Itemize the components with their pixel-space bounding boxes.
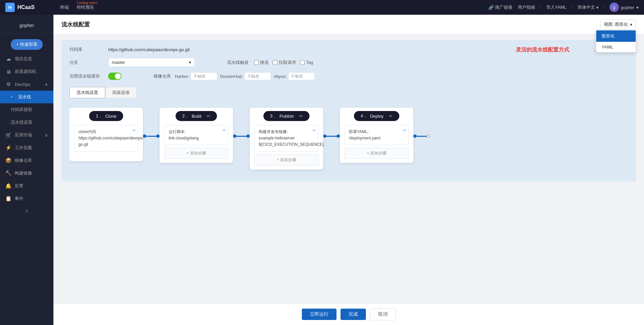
publish-step-edit-icon[interactable]: ✏ — [313, 127, 316, 134]
stage-deploy: 4． Deploy ✏ ✏ 部署YAML: /deployment.yaml +… — [340, 108, 413, 163]
harbor-select-item: Harbor: 不触发 — [175, 72, 217, 80]
promo-link[interactable]: 🔗 推广链接 — [488, 4, 512, 10]
build-step-edit-icon[interactable]: ✏ — [223, 127, 226, 134]
aliyun-select[interactable]: 不触发 — [288, 72, 315, 80]
sidebar-item-code-auth[interactable]: 代码库授权 — [0, 103, 53, 116]
guide-link[interactable]: 用户指南 — [518, 4, 535, 10]
dot6 — [337, 134, 340, 138]
code-auth-label: 代码库授权 — [11, 107, 32, 113]
sidebar-item-mirror-repo[interactable]: 📦 镜像仓库 — [0, 154, 53, 167]
main-layout: gopher + 快速部署 ☁ 项目总览 🖥 容器虚拟机 ⚙ DevOps ∧ — [0, 15, 644, 325]
stage-build-header: 2． Build ✏ — [176, 111, 217, 121]
connector-3 — [323, 108, 340, 138]
app-market-icon: 🛒 — [5, 132, 11, 138]
dockerhub-label: DockerHub: — [220, 74, 243, 79]
stage-build-edit-icon[interactable]: ✏ — [207, 114, 210, 119]
view-chevron-icon: ▾ — [630, 22, 632, 27]
sidebar-item-label: 镜像仓库 — [15, 157, 32, 164]
connector-2 — [233, 108, 250, 138]
stage-clone-label: Clone — [105, 114, 117, 119]
alerts-icon: 🔔 — [5, 183, 11, 189]
view-option-yaml[interactable]: YAML — [596, 42, 636, 52]
events-icon: 📋 — [5, 196, 11, 202]
sidebar-item-pipeline-config[interactable]: 流水线设置 — [0, 116, 53, 129]
stage-deploy-edit-icon[interactable]: ✏ — [389, 114, 393, 119]
complete-button[interactable]: 完成 — [341, 309, 366, 320]
sidebar-item-container-vm[interactable]: 🖥 容器虚拟机 — [0, 65, 53, 78]
add-step-build[interactable]: + 添加步骤 — [164, 148, 228, 159]
seg3 — [327, 136, 337, 137]
trigger-tag[interactable]: Tag — [300, 60, 313, 65]
tab-advanced[interactable]: 高级选项 — [105, 87, 137, 98]
stage-deploy-step: ✏ 部署YAML: /deployment.yaml — [345, 125, 409, 145]
app-logo: H HCaaS — [5, 3, 52, 12]
sidebar-group-label: DevOps — [15, 82, 30, 87]
avatar-initial: g — [613, 5, 615, 10]
cache-row: 启用流水线缓存 镜像仓库 Harbor: 不触发 — [69, 72, 628, 80]
trigger-pull[interactable]: 拉取请求 — [273, 60, 296, 66]
sidebar-item-label: 构建镜像 — [15, 170, 32, 176]
stage-deploy-number: 4． — [361, 113, 367, 119]
stage-publish-edit-icon[interactable]: ✏ — [299, 114, 303, 119]
nav-terminal[interactable]: 终端 — [60, 4, 69, 10]
nav-features[interactable]: 特性预告 — [77, 4, 94, 10]
branch-label: 分支 — [69, 60, 103, 66]
sidebar-item-alerts[interactable]: 🔔 告警 — [0, 180, 53, 192]
sidebar: gopher + 快速部署 ☁ 项目总览 🖥 容器虚拟机 ⚙ DevOps ∧ — [0, 15, 53, 325]
pipeline-tabs: 流水线设置 高级选项 — [69, 87, 628, 98]
stage-clone-step: ✏ clone代码 https://github.com/cubepaas/de… — [74, 125, 138, 152]
divider — [541, 5, 541, 10]
annotation-text: 灵活的流水线配置方式 — [516, 46, 569, 53]
dockerhub-select[interactable]: 不触发 — [244, 72, 271, 80]
clone-step-text: clone代码 https://github.com/cubepaas/devo… — [78, 129, 134, 148]
trigger-pull-checkbox[interactable] — [273, 60, 277, 65]
cache-toggle[interactable] — [108, 73, 122, 80]
add-step-publish[interactable]: + 添加步骤 — [254, 154, 318, 166]
branch-select[interactable]: master ▾ — [108, 58, 195, 67]
config-area: 灵活的流水线配置方式 → 代码库 https://github.com/cube… — [53, 34, 644, 303]
run-now-button[interactable]: 立即运行 — [302, 309, 337, 320]
sidebar-group-devops[interactable]: ⚙ DevOps ∧ — [0, 78, 53, 91]
sidebar-item-workload[interactable]: ⚡ 工作负载 — [0, 141, 53, 154]
bottom-actions: 立即运行 完成 取消 — [53, 303, 644, 325]
cancel-button[interactable]: 取消 — [370, 308, 396, 320]
sidebar-item-pipeline[interactable]: 流水线 — [0, 91, 53, 103]
sidebar-item-events[interactable]: 📋 事件 — [0, 192, 53, 205]
sidebar-item-build-image[interactable]: 🔨 构建镜像 — [0, 167, 53, 180]
tab-pipeline-settings[interactable]: 流水线设置 — [69, 87, 105, 98]
sidebar-item-label: 项目总览 — [15, 56, 32, 62]
stage-build-label: Build — [192, 114, 201, 119]
import-yaml-link[interactable]: 导入YAML — [546, 4, 566, 10]
nav-features-wrapper: Coming soon! 特性预告 — [77, 4, 94, 10]
trigger-tag-checkbox[interactable] — [300, 60, 305, 65]
chevron-down-icon: ▾ — [596, 5, 599, 10]
lang-selector[interactable]: 简体中文 ▾ — [578, 4, 599, 10]
trigger-push[interactable]: 推送 — [254, 60, 269, 66]
add-step-deploy[interactable]: + 添加步骤 — [345, 148, 409, 159]
user-menu[interactable]: g gopher ▾ — [610, 3, 639, 12]
sidebar-collapse[interactable]: ∨ — [0, 205, 53, 217]
view-selector-button[interactable]: 视图: 图形化 ▾ — [600, 19, 636, 29]
seg1 — [146, 136, 156, 137]
devops-icon: ⚙ — [5, 81, 11, 87]
dot5 — [323, 134, 327, 138]
sidebar-item-project[interactable]: ☁ 项目总览 — [0, 52, 53, 65]
build-step-text: 运行脚本: link-cloud/golang — [169, 129, 224, 141]
sidebar-item-app-market[interactable]: 🛒 应用市场 ∨ — [0, 129, 53, 141]
quick-deploy-button[interactable]: + 快速部署 — [11, 39, 42, 50]
publish-step-text: 构建并发布镜像: example-helloserver ${CICD_EXEC… — [259, 129, 314, 148]
trigger-push-checkbox[interactable] — [254, 60, 259, 65]
build-icon: 🔨 — [5, 170, 11, 176]
dot4 — [246, 134, 250, 138]
chevron-icon: ∧ — [45, 82, 48, 87]
view-option-graphic[interactable]: 图形化 — [596, 30, 636, 42]
view-dropdown: 图形化 YAML — [596, 30, 636, 52]
devops-children: 流水线 代码库授权 流水线设置 — [0, 91, 53, 129]
stage-deploy-header: 4． Deploy ✏ — [354, 111, 399, 121]
harbor-label: Harbor: — [175, 74, 189, 79]
edit-icon[interactable]: ✏ — [133, 127, 136, 134]
dot3 — [233, 134, 236, 138]
stage-publish-number: 3． — [270, 113, 277, 119]
harbor-select[interactable]: 不触发 — [191, 72, 217, 80]
deploy-step-edit-icon[interactable]: ✏ — [403, 127, 406, 134]
